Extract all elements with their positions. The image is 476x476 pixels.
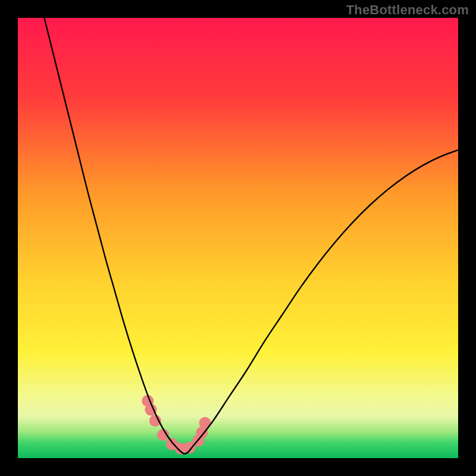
chart-frame: TheBottleneck.com (0, 0, 476, 476)
chart-plot-area (18, 18, 458, 458)
watermark-text: TheBottleneck.com (346, 2, 469, 18)
chart-svg (18, 18, 458, 458)
chart-background-gradient (18, 18, 458, 458)
